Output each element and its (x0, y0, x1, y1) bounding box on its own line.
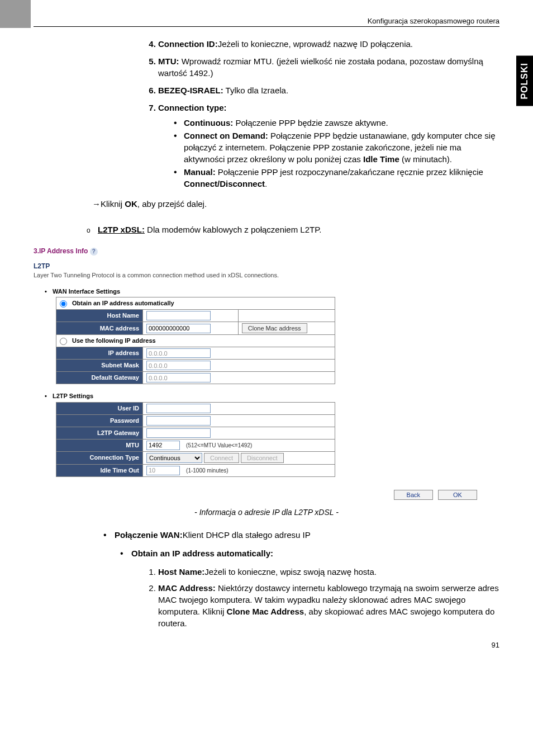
idle-timeout-input (146, 466, 180, 475)
arrow-instruction: →Kliknij OK, aby przejść dalej. (92, 198, 499, 210)
sc-section-title-text: 3.IP Address Info (34, 247, 88, 255)
sc-section-title: 3.IP Address Info ? (34, 247, 499, 256)
ct-bold: Idle Time (363, 154, 399, 164)
arrow-suffix: , aby przejść dalej. (137, 199, 207, 209)
table-row: Subnet Mask (56, 360, 335, 372)
screenshot-caption: - Informacja o adresie IP dla L2TP xDSL … (34, 507, 499, 518)
obtain-ip-line: Obtain an IP address automatically: (120, 547, 499, 559)
radio-use-following[interactable] (60, 338, 67, 345)
connection-type-select[interactable]: Continuous (146, 453, 202, 463)
item-label: MAC Address: (158, 583, 216, 593)
row-label: Idle Time Out (56, 464, 143, 476)
row-label: MAC address (56, 322, 143, 335)
l2tp-heading: L2TP xDSL: Dla modemów kablowych z połąc… (87, 224, 499, 235)
default-gateway-input (146, 373, 211, 382)
radio-following-label: Use the following IP address (72, 337, 156, 344)
row-label: MTU (56, 439, 143, 451)
table-row: IP address (56, 347, 335, 360)
numbered-list-top: Connection ID:Jeżeli to konieczne, wprow… (142, 38, 499, 190)
password-input[interactable] (146, 416, 211, 426)
row-label: IP address (56, 347, 143, 360)
ct-bold: Connect/Disconnect (184, 179, 265, 188)
idle-note: (1-1000 minutes) (186, 467, 229, 474)
row-label: L2TP Gateway (56, 427, 143, 439)
page-number: 91 (34, 640, 499, 650)
item-text: Jeżeli to konieczne, wpisz swoją nazwę h… (204, 567, 377, 577)
mac-address-input[interactable] (146, 324, 211, 333)
ok-button[interactable]: OK (438, 490, 477, 500)
ct-text: Połączenie PPP jest rozpoczynane/zakańcz… (216, 167, 483, 177)
connection-type-list: Continuous: Połączenie PPP będzie zawsze… (174, 117, 499, 190)
ct-text: Połączenie PPP będzie zawsze aktywne. (233, 118, 388, 127)
row-label: Connection Type (56, 451, 143, 464)
item-label: Connection type: (158, 103, 227, 112)
row-label: Default Gateway (56, 372, 143, 384)
table-row: L2TP Gateway (56, 427, 335, 439)
table-row: User ID (56, 402, 335, 414)
wan-connection-line: Połączenie WAN:Klient DHCP dla stałego a… (103, 529, 499, 541)
host-name-input[interactable] (146, 311, 211, 320)
ct-label: Connect on Demand: (184, 131, 268, 140)
l2tp-settings-label: L2TP Settings (45, 392, 499, 400)
ct-label: Continuous: (184, 118, 233, 127)
mtu-note: (512<=MTU Value<=1492) (186, 442, 252, 448)
item-bold: Clone Mac Address (227, 607, 304, 616)
page-content: Konfiguracja szerokopasmowego routera PO… (0, 0, 533, 668)
row-label: Password (56, 414, 143, 427)
help-icon[interactable]: ? (90, 248, 98, 256)
arrow-prefix: →Kliknij (92, 199, 125, 209)
embedded-screenshot: 3.IP Address Info ? L2TP Layer Two Tunne… (34, 244, 499, 503)
wan-auto-table: Obtain an IP address automatically Host … (56, 297, 335, 384)
obtain-label: Obtain an IP address automatically: (131, 549, 273, 558)
item-text: Wprowadź rozmiar MTU. (jeżeli wielkość n… (158, 56, 483, 78)
item-text: Jeżeli to konieczne, wprowadź nazwę ID p… (218, 39, 413, 49)
radio-obtain-label: Obtain an IP address automatically (72, 300, 174, 306)
ct-tail: (w minutach). (399, 154, 452, 164)
page-header: Konfiguracja szerokopasmowego routera (34, 17, 499, 27)
item-label: MTU: (158, 56, 179, 66)
arrow-bold: OK (125, 199, 137, 209)
numbered-list-bottom: Host Name:Jeżeli to konieczne, wpisz swo… (142, 566, 499, 629)
row-label: Subnet Mask (56, 360, 143, 372)
wan-text: Klient DHCP dla stałego adresu IP (183, 530, 311, 540)
l2tp-title: L2TP xDSL: (98, 225, 145, 234)
clone-mac-button[interactable]: Clone Mac address (242, 323, 307, 333)
row-label: User ID (56, 402, 143, 414)
sc-protocol: L2TP (34, 262, 499, 271)
wan-interface-label: WAN Interface Settings (45, 287, 499, 296)
item-label: BEZEQ-ISRAEL: (158, 86, 223, 95)
item-text: Tylko dla Izraela. (223, 86, 288, 95)
table-row: Connection Type Continuous Connect Disco… (56, 451, 335, 464)
table-row: Idle Time Out (1-1000 minutes) (56, 464, 335, 476)
table-row: Password (56, 414, 335, 427)
back-button[interactable]: Back (394, 490, 433, 500)
row-label: Host Name (56, 310, 143, 322)
item-label: Host Name: (158, 567, 204, 577)
language-tab: POLSKI (516, 56, 533, 106)
table-row: MTU (512<=MTU Value<=1492) (56, 439, 335, 451)
table-row: Host Name (56, 310, 335, 322)
wan-label: Połączenie WAN: (115, 530, 183, 540)
connect-button: Connect (204, 453, 239, 463)
user-id-input[interactable] (146, 404, 211, 413)
ct-tail: . (265, 179, 267, 188)
l2tp-table: User ID Password L2TP Gateway MTU (512<=… (56, 402, 335, 477)
ct-label: Manual: (184, 167, 216, 177)
item-label: Connection ID: (158, 39, 218, 49)
ip-address-input (146, 348, 211, 358)
l2tp-desc: Dla modemów kablowych z połączeniem L2TP… (145, 225, 322, 234)
subnet-mask-input (146, 361, 211, 370)
bottom-buttons: Back OK (34, 488, 477, 500)
disconnect-button: Disconnect (241, 453, 283, 463)
mtu-input[interactable] (146, 441, 180, 450)
table-row: Default Gateway (56, 372, 335, 384)
table-row: MAC address Clone Mac address (56, 322, 335, 335)
radio-obtain-auto[interactable] (60, 300, 67, 308)
sc-protocol-desc: Layer Two Tunneling Protocol is a common… (34, 271, 499, 280)
l2tp-gateway-input[interactable] (146, 428, 211, 438)
